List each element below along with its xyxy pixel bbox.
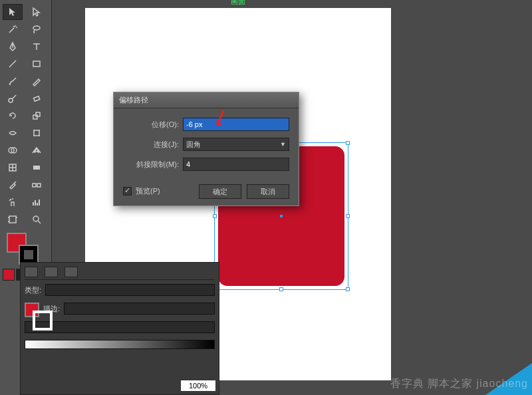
perspective-grid-tool[interactable] xyxy=(27,142,47,158)
preview-checkbox[interactable] xyxy=(123,187,132,196)
type-label: 类型: xyxy=(25,285,41,295)
offset-input[interactable] xyxy=(183,118,289,131)
svg-point-8 xyxy=(39,130,40,131)
svg-rect-3 xyxy=(33,96,39,101)
type-tool[interactable] xyxy=(27,39,47,55)
dialog-title: 偏移路径 xyxy=(119,95,148,105)
svg-rect-16 xyxy=(37,184,41,187)
rectangle-tool[interactable] xyxy=(27,56,47,72)
miter-label: 斜接限制(M): xyxy=(123,160,179,170)
offset-path-dialog: 偏移路径 位移(O): 连接(J): 圆角 ▼ 斜接限制(M): xyxy=(113,92,299,206)
eraser-tool[interactable] xyxy=(27,90,47,106)
panel-tab[interactable] xyxy=(45,267,58,277)
appearance-fill-swatch[interactable] xyxy=(25,303,39,317)
blob-brush-tool[interactable] xyxy=(3,90,23,106)
column-graph-tool[interactable] xyxy=(27,194,47,210)
mesh-tool[interactable] xyxy=(3,160,23,176)
bottom-panel-group: 类型: 描边: 100% xyxy=(20,262,219,395)
cancel-button[interactable]: 取消 xyxy=(247,184,289,199)
free-transform-tool[interactable] xyxy=(27,125,47,141)
eyedropper-tool[interactable] xyxy=(3,177,23,193)
svg-rect-1 xyxy=(33,61,40,66)
resize-handle[interactable] xyxy=(346,141,350,145)
selection-tool[interactable] xyxy=(3,4,23,20)
panel-tabs xyxy=(25,267,215,280)
opacity-field[interactable] xyxy=(25,321,215,333)
lasso-tool[interactable] xyxy=(27,21,47,37)
artboard-tool[interactable] xyxy=(3,211,23,227)
zoom-tool[interactable] xyxy=(27,211,47,227)
line-segment-tool[interactable] xyxy=(3,56,23,72)
blend-tool[interactable] xyxy=(27,177,47,193)
shape-builder-tool[interactable] xyxy=(3,142,23,158)
gradient-tool[interactable] xyxy=(27,160,47,176)
scale-tool[interactable] xyxy=(27,108,47,124)
resize-handle[interactable] xyxy=(279,287,283,291)
direct-selection-tool[interactable] xyxy=(27,4,47,20)
svg-rect-6 xyxy=(34,130,39,136)
fill-stroke-swatches[interactable] xyxy=(3,233,49,263)
svg-point-0 xyxy=(33,26,40,30)
join-label: 连接(J): xyxy=(123,140,179,150)
symbol-sprayer-tool[interactable] xyxy=(3,194,23,210)
svg-rect-17 xyxy=(9,216,16,223)
zoom-level[interactable]: 100% xyxy=(180,380,216,392)
miter-input[interactable] xyxy=(183,158,289,171)
join-select[interactable]: 圆角 ▼ xyxy=(183,138,289,151)
join-value: 圆角 xyxy=(186,140,201,150)
rotate-tool[interactable] xyxy=(3,108,23,124)
color-mode-color[interactable] xyxy=(3,269,15,281)
paintbrush-tool[interactable] xyxy=(3,73,23,89)
svg-point-7 xyxy=(33,130,35,131)
ok-button[interactable]: 确定 xyxy=(199,184,241,199)
center-point-icon xyxy=(280,215,283,217)
resize-handle[interactable] xyxy=(213,214,217,218)
pen-tool[interactable] xyxy=(3,39,23,55)
annotation-arrow-icon xyxy=(215,109,225,128)
resize-handle[interactable] xyxy=(346,287,350,291)
svg-rect-15 xyxy=(33,184,36,187)
dialog-titlebar[interactable]: 偏移路径 xyxy=(114,92,299,108)
graphic-style-select[interactable] xyxy=(45,284,215,296)
resize-handle[interactable] xyxy=(346,214,350,218)
watermark-corner xyxy=(485,363,532,395)
stroke-field[interactable] xyxy=(64,303,215,315)
chevron-down-icon: ▼ xyxy=(280,141,286,148)
panel-tab[interactable] xyxy=(65,267,78,277)
svg-rect-5 xyxy=(36,112,40,116)
svg-point-18 xyxy=(33,216,39,221)
artboard-label: 画面 xyxy=(229,0,247,7)
gradient-slider[interactable] xyxy=(25,340,215,349)
preview-label: 预览(P) xyxy=(136,186,160,196)
svg-point-10 xyxy=(39,135,40,136)
magic-wand-tool[interactable] xyxy=(3,21,23,37)
pencil-tool[interactable] xyxy=(27,73,47,89)
svg-rect-4 xyxy=(33,115,37,119)
offset-label: 位移(O): xyxy=(123,120,179,130)
svg-rect-14 xyxy=(33,166,40,170)
panel-tab[interactable] xyxy=(25,267,38,277)
svg-point-9 xyxy=(33,135,35,136)
width-tool[interactable] xyxy=(3,125,23,141)
